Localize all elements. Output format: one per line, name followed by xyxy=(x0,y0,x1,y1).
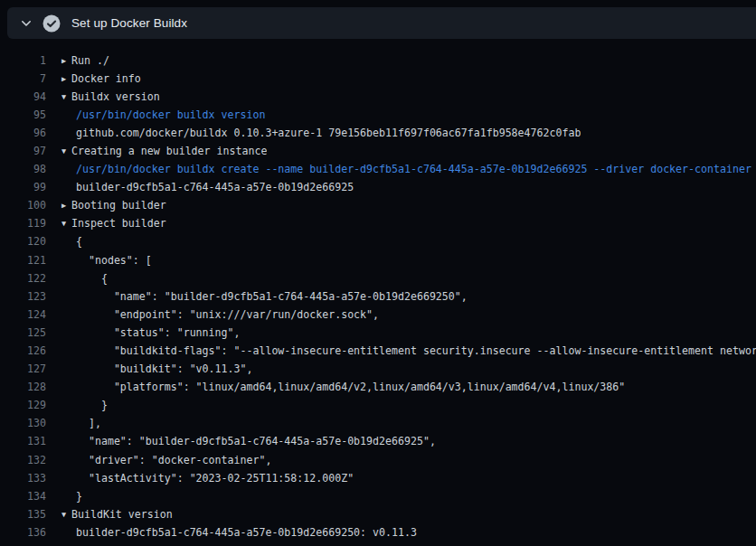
group-toggle-icon[interactable]: ▶ xyxy=(61,70,71,88)
group-toggle-icon[interactable]: ▼ xyxy=(61,505,71,523)
success-check-icon xyxy=(43,14,61,33)
log-text: "lastActivity": "2023-02-25T11:58:12.000… xyxy=(76,469,354,487)
log-row[interactable]: 119 ▼ Inspect builder xyxy=(0,214,756,232)
log-row: 128 "platforms": "linux/amd64,linux/amd6… xyxy=(0,378,756,396)
line-number[interactable]: 134 xyxy=(0,487,46,505)
log-row: 136 builder-d9cfb5a1-c764-445a-a57e-0b19… xyxy=(0,523,756,541)
log-text: "buildkitd-flags": "--allow-insecure-ent… xyxy=(76,342,756,360)
group-toggle-icon[interactable]: ▼ xyxy=(61,142,71,160)
log-text: Buildx version xyxy=(71,88,160,106)
line-number[interactable]: 123 xyxy=(0,287,46,306)
log-row: 96 github.com/docker/buildx 0.10.3+azure… xyxy=(0,124,756,142)
log-row[interactable]: 94 ▼ Buildx version xyxy=(0,88,756,106)
line-number[interactable]: 121 xyxy=(0,251,46,269)
chevron-down-icon[interactable] xyxy=(19,16,33,31)
log-text: "buildkit": "v0.11.3", xyxy=(76,360,252,378)
log-text: "driver": "docker-container", xyxy=(76,451,271,469)
log-row[interactable]: 100 ▶ Booting builder xyxy=(0,196,756,214)
line-number[interactable]: 94 xyxy=(0,88,46,106)
log-row: 130 ], xyxy=(0,414,756,432)
log-row[interactable]: 1 ▶ Run ./ xyxy=(0,52,756,70)
log-row: 134 } xyxy=(0,487,756,505)
log-text: /usr/bin/docker buildx version xyxy=(76,106,265,124)
group-toggle-icon[interactable]: ▼ xyxy=(61,88,71,106)
line-number[interactable]: 131 xyxy=(0,432,46,450)
log-row: 98 /usr/bin/docker buildx create --name … xyxy=(0,160,756,178)
log-text: { xyxy=(76,232,82,250)
log-text: } xyxy=(76,396,108,414)
line-number[interactable]: 1 xyxy=(0,52,46,70)
log-text: "status": "running", xyxy=(76,324,240,342)
line-number[interactable]: 130 xyxy=(0,414,46,432)
log-text: } xyxy=(76,487,82,505)
line-number[interactable]: 135 xyxy=(0,505,46,523)
line-number[interactable]: 98 xyxy=(0,160,46,178)
line-number[interactable]: 122 xyxy=(0,269,46,287)
log-text: github.com/docker/buildx 0.10.3+azure-1 … xyxy=(76,124,581,142)
log-row: 120 { xyxy=(0,232,756,250)
log-row: 131 "name": "builder-d9cfb5a1-c764-445a-… xyxy=(0,432,756,450)
line-number[interactable]: 126 xyxy=(0,342,46,360)
group-toggle-icon[interactable]: ▶ xyxy=(61,196,71,214)
line-number[interactable]: 125 xyxy=(0,324,46,342)
log-row: 127 "buildkit": "v0.11.3", xyxy=(0,360,756,378)
log-row: 122 { xyxy=(0,269,756,287)
log-container[interactable]: 1 ▶ Run ./ 7 ▶ Docker info 94 ▼ Buildx v… xyxy=(0,39,756,546)
log-row: 124 "endpoint": "unix:///var/run/docker.… xyxy=(0,306,756,324)
line-number[interactable]: 99 xyxy=(0,178,46,196)
log-row: 121 "nodes": [ xyxy=(0,251,756,269)
line-number[interactable]: 127 xyxy=(0,360,46,378)
log-text: Run ./ xyxy=(71,52,109,70)
log-text: "platforms": "linux/amd64,linux/amd64/v2… xyxy=(76,378,625,396)
log-text: { xyxy=(76,269,108,287)
log-text: Docker info xyxy=(71,70,141,88)
line-number[interactable]: 128 xyxy=(0,378,46,396)
log-text: builder-d9cfb5a1-c764-445a-a57e-0b19d2e6… xyxy=(76,523,417,541)
step-header[interactable]: Set up Docker Buildx xyxy=(7,7,756,39)
log-row: 126 "buildkitd-flags": "--allow-insecure… xyxy=(0,342,756,360)
log-text: ], xyxy=(76,414,101,432)
log-text: /usr/bin/docker buildx create --name bui… xyxy=(76,160,751,178)
log-row[interactable]: 135 ▼ BuildKit version xyxy=(0,505,756,523)
log-text: "name": "builder-d9cfb5a1-c764-445a-a57e… xyxy=(76,432,436,450)
step-title: Set up Docker Buildx xyxy=(71,16,187,30)
log-row: 125 "status": "running", xyxy=(0,324,756,342)
line-number[interactable]: 124 xyxy=(0,306,46,324)
line-number[interactable]: 119 xyxy=(0,214,46,232)
log-row[interactable]: 7 ▶ Docker info xyxy=(0,70,756,88)
log-text: "name": "builder-d9cfb5a1-c764-445a-a57e… xyxy=(76,287,468,306)
line-number[interactable]: 129 xyxy=(0,396,46,414)
line-number[interactable]: 7 xyxy=(0,70,46,88)
group-toggle-icon[interactable]: ▼ xyxy=(61,214,71,232)
log-text: BuildKit version xyxy=(71,505,173,523)
log-row: 132 "driver": "docker-container", xyxy=(0,451,756,469)
log-row[interactable]: 97 ▼ Creating a new builder instance xyxy=(0,142,756,160)
log-text: Creating a new builder instance xyxy=(71,142,267,160)
line-number[interactable]: 133 xyxy=(0,469,46,487)
log-row: 99 builder-d9cfb5a1-c764-445a-a57e-0b19d… xyxy=(0,178,756,196)
line-number[interactable]: 100 xyxy=(0,196,46,214)
log-row: 129 } xyxy=(0,396,756,414)
actions-log-page: { "header": { "title": "Set up Docker Bu… xyxy=(0,0,756,546)
log-row: 95 /usr/bin/docker buildx version xyxy=(0,106,756,124)
log-text: Booting builder xyxy=(71,196,166,214)
log-text: builder-d9cfb5a1-c764-445a-a57e-0b19d2e6… xyxy=(76,178,354,196)
log-text: Inspect builder xyxy=(71,214,166,232)
line-number[interactable]: 136 xyxy=(0,523,46,541)
log-text: "endpoint": "unix:///var/run/docker.sock… xyxy=(76,306,379,324)
log-text: "nodes": [ xyxy=(76,251,152,269)
line-number[interactable]: 97 xyxy=(0,142,46,160)
line-number[interactable]: 132 xyxy=(0,451,46,469)
line-number[interactable]: 95 xyxy=(0,106,46,124)
group-toggle-icon[interactable]: ▶ xyxy=(61,52,71,70)
log-row: 123 "name": "builder-d9cfb5a1-c764-445a-… xyxy=(0,287,756,306)
line-number[interactable]: 96 xyxy=(0,124,46,142)
line-number[interactable]: 120 xyxy=(0,232,46,250)
log-row: 133 "lastActivity": "2023-02-25T11:58:12… xyxy=(0,469,756,487)
